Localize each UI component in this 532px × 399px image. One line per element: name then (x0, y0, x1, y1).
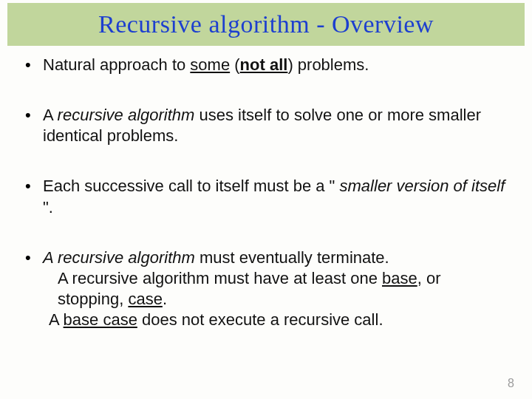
text-italic: A recursive algorithm (43, 248, 195, 267)
text: ( (230, 55, 239, 74)
text: does not execute a recursive call. (137, 310, 383, 329)
slide-content: Natural approach to some (not all) probl… (0, 46, 532, 330)
bullet-4: A recursive algorithm must eventually te… (22, 248, 510, 331)
bullet-list: Natural approach to some (not all) probl… (22, 55, 510, 330)
bullet-3: Each successive call to itself must be a… (22, 176, 510, 217)
text: ". (43, 198, 53, 216)
text-underline: some (190, 55, 230, 74)
text: . (163, 290, 167, 308)
sub-line-1: A recursive algorithm must have at least… (43, 268, 510, 310)
text-underline: case (128, 290, 162, 308)
text: Each successive call to itself must be a… (43, 177, 340, 195)
text: must eventually terminate. (195, 248, 389, 267)
text-underline: base (382, 269, 417, 287)
sub-line-2: A base case does not execute a recursive… (43, 310, 510, 330)
bullet-2: A recursive algorithm uses itself to sol… (22, 105, 510, 146)
text-italic: smaller version of itself (340, 177, 505, 195)
text: A (49, 310, 64, 329)
bullet-1: Natural approach to some (not all) probl… (22, 55, 510, 75)
text: A (43, 106, 58, 124)
text-italic: recursive algorithm (58, 106, 195, 124)
title-band: Recursive algorithm - Overview (7, 3, 525, 46)
text-bold-underline: not all (240, 55, 288, 74)
text: ) problems. (287, 55, 369, 74)
slide-title: Recursive algorithm - Overview (98, 10, 434, 38)
text: Natural approach to (43, 55, 190, 74)
page-number: 8 (508, 377, 514, 390)
text-underline: base case (64, 310, 137, 329)
slide: Recursive algorithm - Overview Natural a… (0, 3, 532, 399)
text: A recursive algorithm must have at least… (58, 269, 382, 287)
